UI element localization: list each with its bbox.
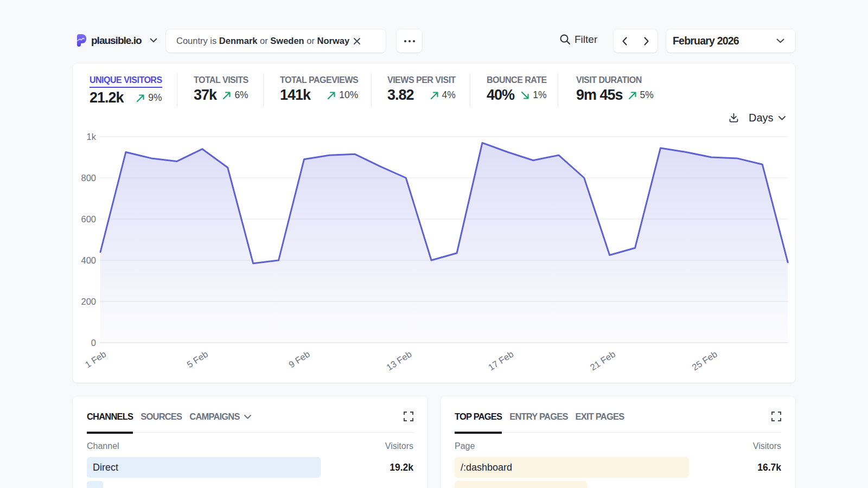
svg-text:400: 400 bbox=[81, 255, 96, 265]
svg-text:9 Feb: 9 Feb bbox=[287, 349, 311, 369]
svg-text:0: 0 bbox=[91, 338, 96, 348]
svg-text:1 Feb: 1 Feb bbox=[83, 349, 107, 369]
svg-text:600: 600 bbox=[81, 214, 96, 224]
svg-text:13 Feb: 13 Feb bbox=[385, 349, 413, 372]
svg-text:25 Feb: 25 Feb bbox=[690, 349, 719, 372]
svg-text:800: 800 bbox=[81, 173, 96, 183]
svg-text:1k: 1k bbox=[87, 132, 97, 142]
svg-text:5 Feb: 5 Feb bbox=[185, 349, 209, 369]
svg-text:21 Feb: 21 Feb bbox=[588, 349, 617, 372]
svg-text:17 Feb: 17 Feb bbox=[487, 349, 515, 372]
svg-text:200: 200 bbox=[81, 297, 96, 306]
